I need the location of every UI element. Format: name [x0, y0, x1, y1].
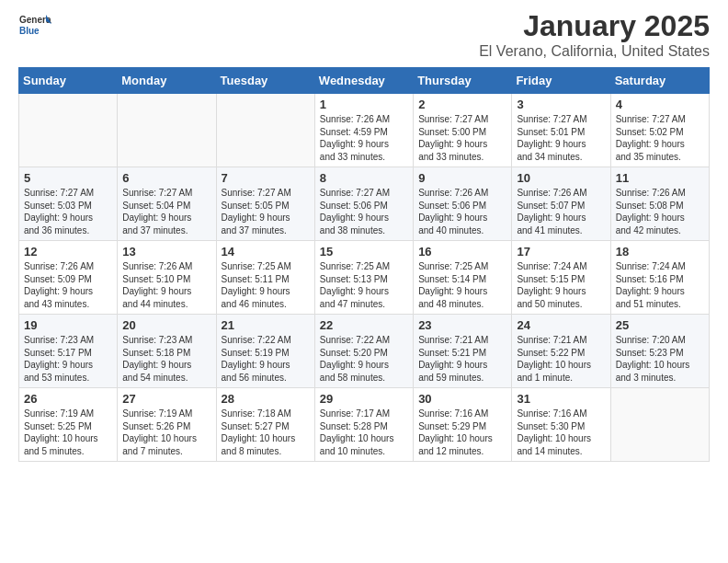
day-number: 23: [418, 318, 506, 332]
day-cell: 18Sunrise: 7:24 AM Sunset: 5:16 PM Dayli…: [610, 241, 709, 315]
day-number: 27: [122, 392, 210, 406]
day-cell: 27Sunrise: 7:19 AM Sunset: 5:26 PM Dayli…: [118, 388, 216, 462]
day-number: 28: [222, 392, 310, 406]
weekday-header-monday: Monday: [118, 68, 216, 94]
location-title: El Verano, California, United States: [479, 43, 710, 60]
day-cell: 9Sunrise: 7:26 AM Sunset: 5:06 PM Daylig…: [414, 167, 512, 241]
month-title: January 2025: [479, 9, 710, 43]
day-cell: 1Sunrise: 7:26 AM Sunset: 4:59 PM Daylig…: [314, 94, 413, 167]
day-number: 24: [517, 318, 605, 332]
logo-svg: General Blue: [18, 9, 51, 42]
weekday-header-row: SundayMondayTuesdayWednesdayThursdayFrid…: [19, 68, 710, 94]
header: General Blue January 2025 El Verano, Cal…: [18, 9, 710, 60]
day-number: 10: [517, 171, 605, 185]
week-row-2: 5Sunrise: 7:27 AM Sunset: 5:03 PM Daylig…: [19, 167, 710, 241]
week-row-1: 1Sunrise: 7:26 AM Sunset: 4:59 PM Daylig…: [19, 94, 710, 167]
day-cell: 6Sunrise: 7:27 AM Sunset: 5:04 PM Daylig…: [118, 167, 216, 241]
week-row-4: 19Sunrise: 7:23 AM Sunset: 5:17 PM Dayli…: [19, 315, 710, 388]
day-number: 2: [418, 98, 506, 111]
weekday-header-wednesday: Wednesday: [314, 68, 413, 94]
title-area: January 2025 El Verano, California, Unit…: [479, 9, 710, 60]
day-cell: 10Sunrise: 7:26 AM Sunset: 5:07 PM Dayli…: [512, 167, 610, 241]
day-info: Sunrise: 7:27 AM Sunset: 5:00 PM Dayligh…: [418, 113, 506, 163]
day-info: Sunrise: 7:26 AM Sunset: 5:10 PM Dayligh…: [122, 260, 210, 310]
day-info: Sunrise: 7:19 AM Sunset: 5:26 PM Dayligh…: [122, 408, 210, 457]
day-number: 3: [517, 98, 605, 111]
day-number: 15: [320, 245, 408, 259]
day-cell: 12Sunrise: 7:26 AM Sunset: 5:09 PM Dayli…: [19, 241, 118, 315]
day-info: Sunrise: 7:17 AM Sunset: 5:28 PM Dayligh…: [320, 408, 408, 457]
day-cell: 14Sunrise: 7:25 AM Sunset: 5:11 PM Dayli…: [216, 241, 314, 315]
day-cell: 17Sunrise: 7:24 AM Sunset: 5:15 PM Dayli…: [512, 241, 610, 315]
day-number: 5: [24, 171, 112, 185]
day-cell: 31Sunrise: 7:16 AM Sunset: 5:30 PM Dayli…: [512, 388, 610, 462]
day-number: 7: [222, 171, 310, 185]
day-info: Sunrise: 7:20 AM Sunset: 5:23 PM Dayligh…: [616, 334, 704, 384]
day-info: Sunrise: 7:25 AM Sunset: 5:11 PM Dayligh…: [222, 260, 310, 310]
day-cell: 30Sunrise: 7:16 AM Sunset: 5:29 PM Dayli…: [414, 388, 512, 462]
day-cell: 15Sunrise: 7:25 AM Sunset: 5:13 PM Dayli…: [314, 241, 413, 315]
day-info: Sunrise: 7:25 AM Sunset: 5:14 PM Dayligh…: [418, 260, 506, 310]
day-info: Sunrise: 7:16 AM Sunset: 5:30 PM Dayligh…: [517, 408, 605, 457]
day-cell: 26Sunrise: 7:19 AM Sunset: 5:25 PM Dayli…: [19, 388, 118, 462]
day-info: Sunrise: 7:26 AM Sunset: 5:07 PM Dayligh…: [517, 187, 605, 236]
day-info: Sunrise: 7:16 AM Sunset: 5:29 PM Dayligh…: [418, 408, 506, 457]
day-info: Sunrise: 7:19 AM Sunset: 5:25 PM Dayligh…: [24, 408, 112, 457]
day-number: 22: [320, 318, 408, 332]
day-number: 16: [418, 245, 506, 259]
day-info: Sunrise: 7:27 AM Sunset: 5:03 PM Dayligh…: [24, 187, 112, 236]
day-cell: 24Sunrise: 7:21 AM Sunset: 5:22 PM Dayli…: [512, 315, 610, 388]
day-cell: 7Sunrise: 7:27 AM Sunset: 5:05 PM Daylig…: [216, 167, 314, 241]
week-row-3: 12Sunrise: 7:26 AM Sunset: 5:09 PM Dayli…: [19, 241, 710, 315]
day-number: 8: [320, 171, 408, 185]
day-info: Sunrise: 7:27 AM Sunset: 5:02 PM Dayligh…: [616, 113, 704, 163]
day-number: 6: [122, 171, 210, 185]
day-info: Sunrise: 7:26 AM Sunset: 4:59 PM Dayligh…: [320, 113, 408, 163]
day-info: Sunrise: 7:23 AM Sunset: 5:18 PM Dayligh…: [122, 334, 210, 384]
day-cell: 8Sunrise: 7:27 AM Sunset: 5:06 PM Daylig…: [314, 167, 413, 241]
day-cell: 23Sunrise: 7:21 AM Sunset: 5:21 PM Dayli…: [414, 315, 512, 388]
day-cell: [610, 388, 709, 462]
day-info: Sunrise: 7:26 AM Sunset: 5:06 PM Dayligh…: [418, 187, 506, 236]
day-number: 29: [320, 392, 408, 406]
day-number: 18: [616, 245, 704, 259]
day-cell: 13Sunrise: 7:26 AM Sunset: 5:10 PM Dayli…: [118, 241, 216, 315]
day-info: Sunrise: 7:26 AM Sunset: 5:08 PM Dayligh…: [616, 187, 704, 236]
day-number: 19: [24, 318, 112, 332]
day-cell: 2Sunrise: 7:27 AM Sunset: 5:00 PM Daylig…: [414, 94, 512, 167]
day-cell: 25Sunrise: 7:20 AM Sunset: 5:23 PM Dayli…: [610, 315, 709, 388]
day-cell: 28Sunrise: 7:18 AM Sunset: 5:27 PM Dayli…: [216, 388, 314, 462]
day-cell: 3Sunrise: 7:27 AM Sunset: 5:01 PM Daylig…: [512, 94, 610, 167]
day-number: 20: [122, 318, 210, 332]
day-cell: 5Sunrise: 7:27 AM Sunset: 5:03 PM Daylig…: [19, 167, 118, 241]
day-number: 1: [320, 98, 408, 111]
day-number: 21: [222, 318, 310, 332]
page: General Blue January 2025 El Verano, Cal…: [0, 0, 728, 480]
day-info: Sunrise: 7:27 AM Sunset: 5:06 PM Dayligh…: [320, 187, 408, 236]
weekday-header-saturday: Saturday: [610, 68, 709, 94]
day-cell: 11Sunrise: 7:26 AM Sunset: 5:08 PM Dayli…: [610, 167, 709, 241]
day-info: Sunrise: 7:27 AM Sunset: 5:04 PM Dayligh…: [122, 187, 210, 236]
day-number: 17: [517, 245, 605, 259]
day-info: Sunrise: 7:26 AM Sunset: 5:09 PM Dayligh…: [24, 260, 112, 310]
day-number: 14: [222, 245, 310, 259]
day-cell: 4Sunrise: 7:27 AM Sunset: 5:02 PM Daylig…: [610, 94, 709, 167]
weekday-header-thursday: Thursday: [414, 68, 512, 94]
calendar-table: SundayMondayTuesdayWednesdayThursdayFrid…: [18, 67, 710, 462]
weekday-header-tuesday: Tuesday: [216, 68, 314, 94]
svg-text:Blue: Blue: [19, 26, 40, 36]
day-cell: [118, 94, 216, 167]
day-number: 26: [24, 392, 112, 406]
day-cell: 21Sunrise: 7:22 AM Sunset: 5:19 PM Dayli…: [216, 315, 314, 388]
day-cell: 16Sunrise: 7:25 AM Sunset: 5:14 PM Dayli…: [414, 241, 512, 315]
day-info: Sunrise: 7:22 AM Sunset: 5:19 PM Dayligh…: [222, 334, 310, 384]
day-number: 31: [517, 392, 605, 406]
day-info: Sunrise: 7:24 AM Sunset: 5:15 PM Dayligh…: [517, 260, 605, 310]
day-number: 4: [616, 98, 704, 111]
logo: General Blue: [18, 9, 51, 42]
day-cell: 22Sunrise: 7:22 AM Sunset: 5:20 PM Dayli…: [314, 315, 413, 388]
day-info: Sunrise: 7:27 AM Sunset: 5:01 PM Dayligh…: [517, 113, 605, 163]
day-cell: 19Sunrise: 7:23 AM Sunset: 5:17 PM Dayli…: [19, 315, 118, 388]
day-info: Sunrise: 7:18 AM Sunset: 5:27 PM Dayligh…: [222, 408, 310, 457]
day-info: Sunrise: 7:24 AM Sunset: 5:16 PM Dayligh…: [616, 260, 704, 310]
